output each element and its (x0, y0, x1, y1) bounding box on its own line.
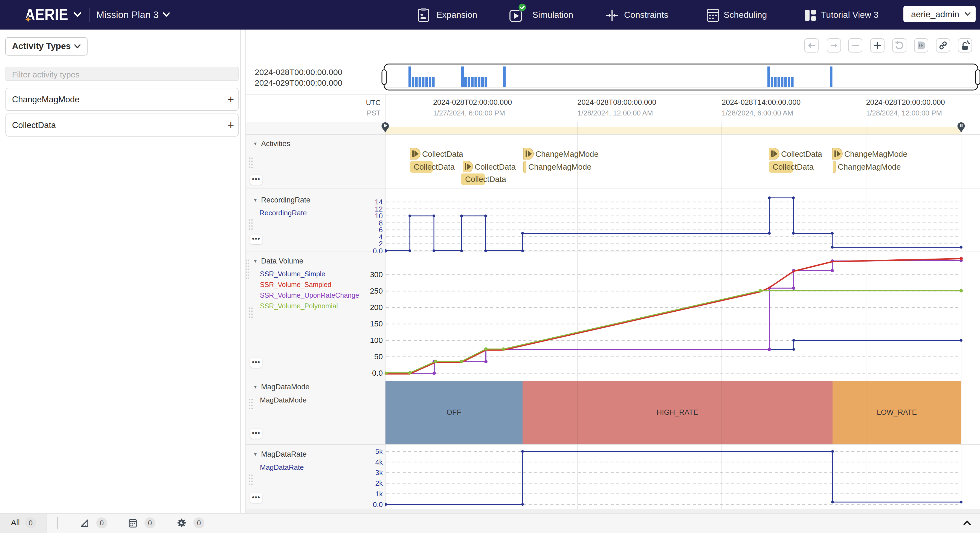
svg-text:AERIE: AERIE (25, 5, 68, 24)
